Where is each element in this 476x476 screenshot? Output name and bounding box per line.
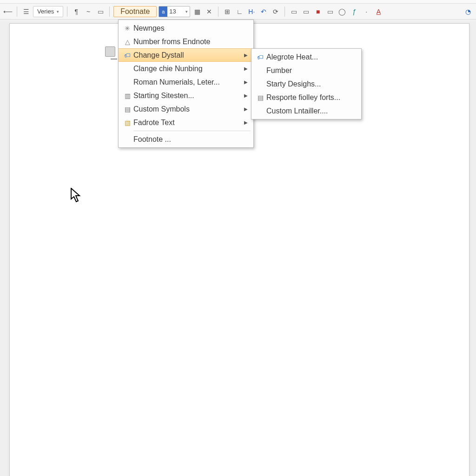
menu-item-label: Fadrote Text [133,119,244,127]
footnote-menu-button[interactable]: Footnate [113,6,157,17]
toolbar-icon[interactable]: ƒ [349,7,359,17]
tag-icon: 🏷 [121,51,133,60]
menu-item-label: Clange chie Nunbing [133,65,244,73]
list-icon: ▥ [121,91,133,100]
toolbar-icon[interactable]: ▭ [301,7,311,17]
list-icon: ▤ [121,105,133,114]
toolbar-icon[interactable]: ■ [313,7,323,17]
menu-item-custom-symbols[interactable]: ▤ Custom Symbols ▶ [119,102,253,116]
paragraph-style-label: Veries [37,8,54,15]
menu-item-fadrote-text[interactable]: ▧ Fadrote Text ▶ [119,116,253,129]
toolbar-icon[interactable]: ▦ [192,7,202,17]
blank-icon [121,64,133,73]
menu-item-label: Fumber [266,66,357,75]
toolbar-icon[interactable]: ¶ [71,7,81,17]
font-color-icon[interactable]: A [373,7,383,17]
menu-item-label: Starty Desighs... [266,80,357,88]
toolbar-separator [218,7,218,17]
menu-item-label: Custom Lntailler.... [266,107,357,115]
menu-item-label: Custom Symbols [133,105,244,113]
menu-item-label: Resporte fiolley forts... [266,93,357,102]
submenu-item-starty-designs[interactable]: Starty Desighs... [251,77,361,91]
submenu-arrow-icon: ▶ [244,79,249,85]
page-marker-line [111,59,117,60]
blank-icon [254,79,266,89]
blank-icon [121,135,133,144]
font-size-dropdown[interactable]: a 13 ▾ [159,6,190,17]
menu-item-roman-numerals[interactable]: Roman Numerials, Leter... ▶ [119,75,253,89]
change-dystall-submenu: 🏷 Alegrote Heat... Fumber Starty Desighs… [251,48,362,119]
menu-item-label: Change Dystall [133,51,244,60]
toolbar-icon[interactable]: ◯ [337,7,347,17]
submenu-arrow-icon: ▶ [244,93,249,98]
submenu-item-fumber[interactable]: Fumber [251,64,361,77]
footnote-menu-label: Footnate [120,7,150,16]
toolbar-icon[interactable]: ~ [83,7,93,17]
blank-icon [254,106,266,116]
paragraph-style-icon[interactable]: ☰ [21,7,31,17]
toolbar-icon[interactable]: ▭ [325,7,335,17]
submenu-arrow-icon: ▶ [244,106,249,112]
menu-item-change-dystall[interactable]: 🏷 Change Dystall ▶ [119,48,253,62]
toolbar-separator [284,7,285,17]
blank-icon [121,78,133,87]
paragraph-style-dropdown[interactable]: Veries ▾ [33,6,63,17]
note-icon: ▧ [121,118,133,127]
font-size-value: 13 [167,8,183,15]
toolbar-icon[interactable]: ∟ [234,7,245,17]
toolbar-separator [67,7,67,17]
font-size-icon: a [159,7,167,17]
toolbar-icon[interactable]: ⊞ [222,7,232,17]
toolbar-icon[interactable]: ⟳ [271,7,281,17]
toolbar-icon[interactable]: ▭ [95,7,106,17]
submenu-item-custom-lntailler[interactable]: Custom Lntailler.... [251,104,361,118]
menubar [0,0,476,4]
menu-item-clange-nunbing[interactable]: Clange chie Nunbing ▶ [119,62,253,75]
close-icon[interactable]: ✕ [204,7,214,17]
menu-item-label: Alegrote Heat... [266,53,357,61]
submenu-item-resporte-forts[interactable]: ▤ Resporte fiolley forts... [251,91,361,104]
toolbar-icon[interactable]: · [361,7,371,17]
submenu-item-alegrote-heat[interactable]: 🏷 Alegrote Heat... [251,50,361,64]
submenu-arrow-icon: ▶ [244,53,249,58]
menu-item-label: Newnges [133,24,249,33]
menu-item-newnges[interactable]: ✳ Newnges [119,21,253,35]
menu-item-label: Number froms Endnote [133,38,249,46]
blank-icon [254,66,266,75]
toolbar-icon[interactable]: ↶ [258,7,269,17]
submenu-arrow-icon: ▶ [244,120,249,125]
menu-item-label: Footnote ... [133,135,249,144]
spark-icon: ✳ [121,24,133,33]
page-marker-icon [105,46,115,57]
toolbar-separator [17,7,17,17]
toolbar-separator [109,7,110,17]
doc-icon: ▤ [254,93,266,102]
menu-item-starting-sitesten[interactable]: ▥ Starting Sitesten... ▶ [119,89,253,102]
menu-item-label: Starting Sitesten... [133,92,244,100]
chevron-down-icon: ▾ [57,9,59,14]
chevron-down-icon: ▾ [183,9,190,14]
tag-icon: 🏷 [254,53,266,62]
toolbar-icon[interactable]: H· [246,7,257,17]
toolbar-icon[interactable]: ◔ [463,7,473,17]
footnote-dropdown-menu: ✳ Newnges △ Number froms Endnote 🏷 Chang… [118,20,254,148]
triangle-underline-icon: △ [121,37,133,46]
toolbar-icon[interactable]: ▭ [289,7,299,17]
menu-separator [133,131,251,131]
menu-item-footnote[interactable]: Footnote ... [119,132,253,146]
menu-item-label: Roman Numerials, Leter... [133,78,244,86]
submenu-arrow-icon: ▶ [244,66,249,71]
toolbar: ⟵ ☰ Veries ▾ ¶ ~ ▭ Footnate a 13 ▾ ▦ ✕ ⊞… [0,4,476,20]
back-button[interactable]: ⟵ [3,7,13,17]
menu-item-number-endnote[interactable]: △ Number froms Endnote [119,35,253,48]
